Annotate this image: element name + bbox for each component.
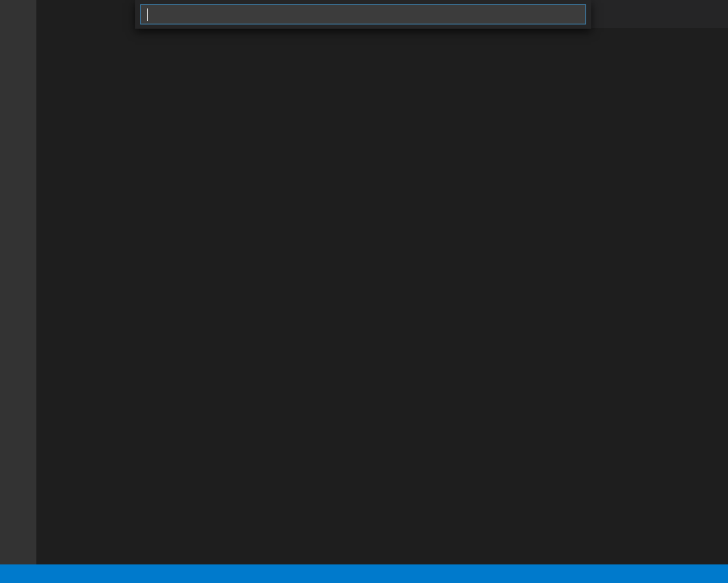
quick-open-input-wrap bbox=[135, 0, 591, 28]
activity-bar bbox=[0, 0, 36, 564]
status-bar bbox=[0, 564, 728, 583]
text-caret bbox=[147, 8, 148, 21]
code-editor[interactable] bbox=[36, 28, 728, 564]
vscode-window bbox=[0, 0, 728, 583]
quick-open-input[interactable] bbox=[140, 4, 586, 25]
quick-open-widget bbox=[135, 0, 591, 29]
tab-variables-php[interactable] bbox=[36, 0, 136, 28]
